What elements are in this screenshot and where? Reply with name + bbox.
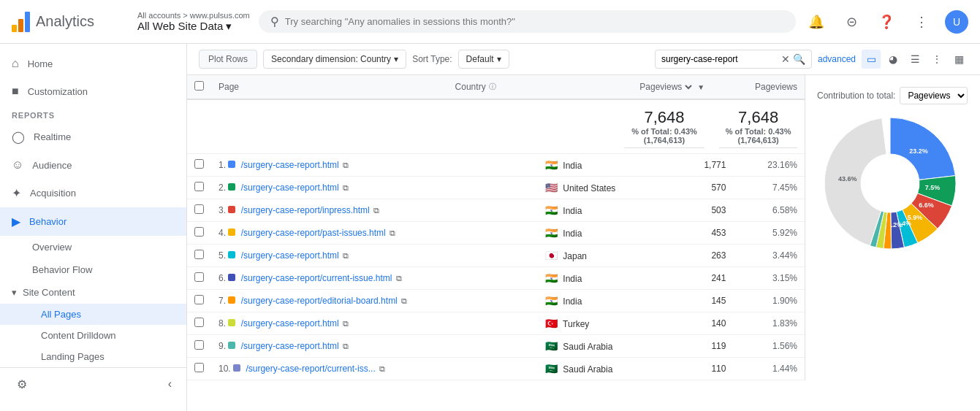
sidebar-item-home[interactable]: ⌂ Home [0, 50, 186, 77]
select-all-checkbox[interactable] [194, 81, 204, 91]
sidebar-item-realtime[interactable]: ◯ Realtime [0, 123, 186, 151]
row-checkbox[interactable] [194, 318, 204, 327]
open-link-icon[interactable]: ⧉ [343, 161, 349, 169]
page-link[interactable]: /surgery-case-report/inpress.html [241, 205, 370, 215]
secondary-dimension-dropdown[interactable]: Secondary dimension: Country ▾ [263, 50, 406, 69]
pageviews-pct: 23.16% [733, 154, 805, 177]
apps-grid-icon[interactable]: ⊝ [840, 10, 863, 34]
page-link[interactable]: /surgery-case-report.html [241, 160, 339, 170]
avatar[interactable]: U [945, 10, 968, 34]
page-link[interactable]: /surgery-case-report/editorial-board.htm… [241, 296, 398, 306]
sidebar-item-acquisition[interactable]: ✦ Acquisition [0, 179, 186, 207]
row-color-dot [228, 251, 235, 258]
sidebar-item-behavior[interactable]: ▶ Behavior [0, 207, 186, 236]
help-icon[interactable]: ❓ [875, 10, 898, 34]
pageviews-pct: 1.56% [733, 335, 805, 358]
sort-type-dropdown[interactable]: Default ▾ [458, 50, 509, 69]
sidebar-sub-behavior-flow[interactable]: Behavior Flow [0, 258, 186, 281]
sidebar-item-audience[interactable]: ☺ Audience [0, 151, 186, 179]
logo-icon [12, 12, 30, 32]
pageviews-value: 453 [675, 222, 733, 245]
country-flag: 🇮🇳 [545, 227, 558, 239]
row-color-dot [228, 161, 235, 168]
row-checkbox[interactable] [194, 272, 204, 282]
sidebar-label-home: Home [28, 58, 53, 69]
open-link-icon[interactable]: ⧉ [343, 251, 349, 260]
main-content: Plot Rows Secondary dimension: Country ▾… [187, 44, 980, 411]
sidebar-sub-landing-pages[interactable]: Landing Pages [0, 346, 186, 367]
row-checkbox[interactable] [194, 159, 204, 169]
global-search-input[interactable] [285, 16, 784, 27]
account-name-selector[interactable]: All Web Site Data ▾ [137, 20, 250, 33]
page-link[interactable]: /surgery-case-report.html [241, 183, 339, 193]
sidebar-label-behavior: Behavior [29, 216, 67, 227]
pageviews-value: 241 [675, 267, 733, 290]
more-vert-icon[interactable]: ⋮ [910, 10, 933, 34]
page-link[interactable]: /surgery-case-report/current-issue.html [241, 273, 392, 283]
row-checkbox[interactable] [194, 340, 204, 350]
open-link-icon[interactable]: ⧉ [396, 274, 402, 283]
settings-icon[interactable]: ⚙ [12, 374, 32, 394]
app-name: Analytics [36, 13, 94, 30]
page-link[interactable]: /surgery-case-report.html [241, 318, 339, 329]
advanced-link[interactable]: advanced [818, 54, 856, 64]
filter-search-icon[interactable]: 🔍 [793, 53, 805, 65]
sidebar-sub-all-pages[interactable]: All Pages [0, 304, 186, 325]
open-link-icon[interactable]: ⧉ [373, 206, 379, 215]
contribution-metric-selector[interactable]: Pageviews [900, 87, 968, 104]
open-link-icon[interactable]: ⧉ [343, 183, 349, 192]
sidebar-label-customization: Customization [28, 86, 88, 97]
sidebar-item-customization[interactable]: ■ Customization [0, 77, 186, 105]
global-search-bar[interactable]: ⚲ [259, 10, 796, 33]
notifications-icon[interactable]: 🔔 [805, 10, 828, 34]
sidebar-bottom-bar: ⚙ ‹ [0, 367, 186, 400]
sidebar-sub-overview[interactable]: Overview [0, 236, 186, 258]
row-color-dot [228, 206, 235, 213]
row-color-dot [228, 296, 235, 304]
page-link[interactable]: /surgery-case-report/past-issues.html [241, 228, 386, 238]
open-link-icon[interactable]: ⧉ [390, 228, 395, 237]
table-view-icon[interactable]: ▭ [862, 50, 881, 69]
country-flag: 🇸🇦 [545, 340, 558, 352]
collapse-sidebar-button[interactable]: ‹ [165, 374, 175, 393]
filter-clear-icon[interactable]: ✕ [781, 53, 790, 65]
row-color-dot [228, 228, 235, 236]
summary-pageviews-left: 7,648 % of Total: 0.43% (1,764,613) [617, 99, 712, 154]
country-name: Saudi Arabia [563, 342, 612, 352]
audience-icon: ☺ [12, 158, 23, 172]
chevron-down-small-icon: ▾ [12, 287, 17, 298]
row-checkbox[interactable] [194, 227, 204, 237]
col-header-country[interactable]: Country ⓘ [448, 75, 617, 99]
table-row: 9. /surgery-case-report.html ⧉ 🇸🇦 Saudi … [187, 335, 805, 358]
row-checkbox[interactable] [194, 204, 204, 214]
page-link[interactable]: /surgery-case-report/current-iss... [246, 364, 375, 374]
row-checkbox[interactable] [194, 295, 204, 304]
filter-search-box[interactable]: ✕ 🔍 [655, 50, 812, 69]
col-header-pageviews-metric[interactable]: Pageviews ▼ [617, 75, 712, 99]
row-number: 10. [219, 364, 231, 374]
list-view-icon[interactable]: ☰ [905, 50, 924, 69]
plot-rows-button[interactable]: Plot Rows [199, 50, 257, 69]
compare-view-icon[interactable]: ⋮ [927, 50, 946, 69]
row-checkbox[interactable] [194, 363, 204, 372]
row-checkbox[interactable] [194, 250, 204, 259]
contribution-label: Contribution to total: [817, 91, 895, 101]
page-link[interactable]: /surgery-case-report.html [241, 341, 339, 351]
open-link-icon[interactable]: ⧉ [343, 342, 349, 350]
pivot-view-icon[interactable]: ▦ [949, 50, 968, 69]
row-number: 2. [219, 183, 226, 193]
filter-search-input[interactable] [661, 54, 778, 64]
page-link[interactable]: /surgery-case-report.html [241, 250, 339, 261]
summary-row: 7,648 % of Total: 0.43% (1,764,613) 7,64… [187, 99, 805, 154]
sidebar-section-site-content[interactable]: ▾ Site Content [0, 281, 186, 304]
table-row: 3. /surgery-case-report/inpress.html ⧉ 🇮… [187, 199, 805, 222]
sidebar-sub-content-drilldown[interactable]: Content Drilldown [0, 325, 186, 346]
pie-chart-view-icon[interactable]: ◕ [884, 50, 903, 69]
row-checkbox[interactable] [194, 182, 204, 191]
open-link-icon[interactable]: ⧉ [379, 364, 385, 373]
pageviews-metric-selector[interactable]: Pageviews [637, 81, 694, 93]
open-link-icon[interactable]: ⧉ [401, 296, 407, 305]
open-link-icon[interactable]: ⧉ [343, 319, 349, 328]
table-wrapper: Page Country ⓘ [187, 75, 805, 380]
search-icon: ⚲ [270, 15, 279, 28]
